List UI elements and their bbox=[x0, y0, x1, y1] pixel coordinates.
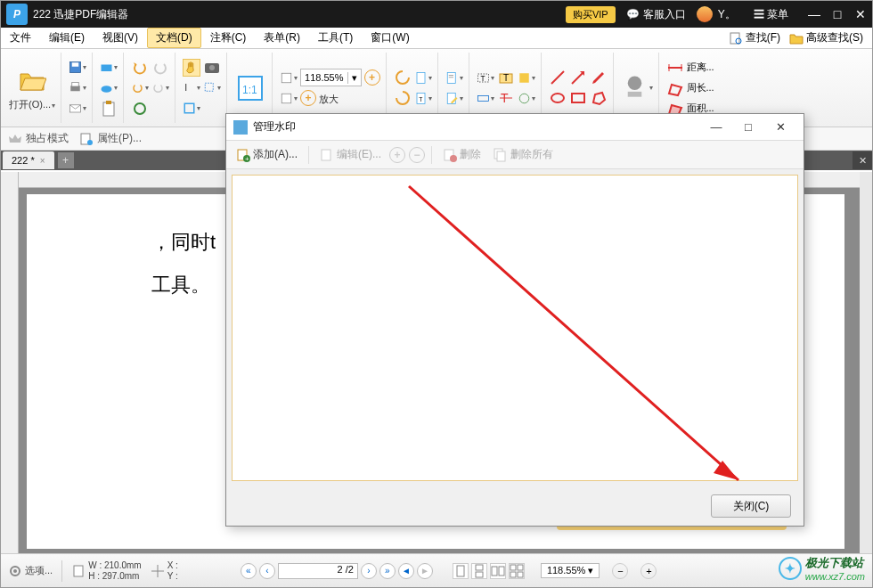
distance-tool-button[interactable]: 距离... bbox=[666, 59, 714, 77]
advanced-find-button[interactable]: 高级查找(S) bbox=[786, 29, 867, 47]
user-name[interactable]: Y。 bbox=[718, 7, 736, 22]
window-close-button[interactable]: ✕ bbox=[849, 7, 872, 21]
rect-tool-button[interactable] bbox=[569, 89, 587, 107]
select-text-button[interactable]: I bbox=[183, 79, 200, 97]
continuous-view-button[interactable] bbox=[471, 563, 487, 579]
edit-watermark-button[interactable]: 编辑(E)... bbox=[315, 145, 386, 164]
edit-text-button[interactable] bbox=[445, 89, 463, 107]
menu-window[interactable]: 窗口(W) bbox=[362, 28, 418, 48]
prev-page-button[interactable]: ‹ bbox=[259, 563, 275, 579]
add-watermark-button[interactable]: + 添加(A)... bbox=[232, 145, 302, 164]
menu-edit[interactable]: 编辑(E) bbox=[40, 28, 94, 48]
page-tool-1[interactable] bbox=[414, 69, 432, 86]
tab-close-button[interactable]: × bbox=[40, 156, 45, 166]
more-text-button[interactable] bbox=[518, 69, 535, 86]
two-page-continuous-button[interactable] bbox=[509, 563, 525, 579]
page-number-input[interactable]: 2 /2 bbox=[278, 563, 358, 579]
snapshot-button[interactable] bbox=[203, 59, 221, 77]
options-button[interactable]: 选项... bbox=[8, 564, 53, 578]
email-button[interactable] bbox=[69, 100, 86, 118]
zoom-select[interactable]: 118.55%▾ bbox=[300, 69, 361, 86]
page-tool-2[interactable]: T bbox=[414, 89, 432, 107]
dialog-titlebar[interactable]: 管理水印 — □ ✕ bbox=[226, 114, 804, 141]
save-button[interactable] bbox=[69, 59, 86, 77]
edit-content-button[interactable] bbox=[445, 69, 463, 86]
zoom-out-button[interactable]: − bbox=[612, 563, 628, 579]
window-maximize-button[interactable]: □ bbox=[826, 7, 849, 21]
delete-all-watermark-button[interactable]: 删除所有 bbox=[489, 145, 558, 164]
single-page-view-button[interactable] bbox=[453, 563, 469, 579]
svg-point-11 bbox=[135, 103, 145, 114]
menu-annotate[interactable]: 注释(C) bbox=[201, 28, 256, 48]
refresh-button[interactable] bbox=[131, 100, 149, 118]
strikethrough-button[interactable]: T bbox=[497, 89, 515, 107]
zoom-in-button[interactable]: + bbox=[300, 90, 316, 106]
site-watermark: ✦ 极光下载站 www.xz7.com bbox=[779, 555, 865, 582]
user-avatar-icon[interactable] bbox=[697, 6, 713, 22]
ellipse-tool-button[interactable] bbox=[549, 89, 567, 107]
next-page-button[interactable]: › bbox=[361, 563, 377, 579]
add-text-button[interactable]: T bbox=[477, 69, 494, 86]
move-up-button[interactable]: + bbox=[389, 147, 405, 163]
dialog-maximize-button[interactable]: □ bbox=[732, 120, 764, 134]
zoom-in-round-button[interactable]: + bbox=[364, 69, 380, 86]
undo-history-button[interactable] bbox=[131, 79, 149, 97]
svg-rect-7 bbox=[102, 65, 112, 72]
crown-icon bbox=[8, 132, 22, 146]
rotate-right-button[interactable] bbox=[394, 89, 412, 107]
add-tab-button[interactable]: + bbox=[58, 152, 74, 168]
menu-form[interactable]: 表单(R) bbox=[255, 28, 309, 48]
exclusive-mode-button[interactable]: 独占模式 bbox=[8, 131, 69, 146]
scan-button[interactable] bbox=[100, 59, 118, 77]
line-tool-button[interactable] bbox=[549, 69, 567, 86]
select-tool-button[interactable] bbox=[203, 79, 221, 97]
vertical-scrollbar[interactable] bbox=[860, 172, 872, 553]
close-all-tabs-button[interactable]: ✕ bbox=[853, 151, 872, 169]
more-annot-button[interactable] bbox=[518, 89, 535, 107]
buy-vip-button[interactable]: 购买VIP bbox=[566, 6, 616, 23]
screenshot-button[interactable] bbox=[183, 100, 200, 118]
find-button[interactable]: 查找(F) bbox=[725, 29, 784, 47]
main-menu-button[interactable]: ☰ 菜单 bbox=[754, 7, 788, 22]
menu-tool[interactable]: 工具(T) bbox=[309, 28, 362, 48]
dialog-close-button[interactable]: 关闭(C) bbox=[711, 494, 791, 518]
perimeter-tool-button[interactable]: 周长... bbox=[666, 79, 714, 97]
dialog-minimize-button[interactable]: — bbox=[700, 120, 732, 134]
hand-tool-button[interactable] bbox=[183, 59, 200, 77]
window-minimize-button[interactable]: — bbox=[803, 7, 826, 21]
menu-file[interactable]: 文件 bbox=[1, 28, 40, 48]
link-button[interactable] bbox=[477, 89, 494, 107]
rotate-left-button[interactable] bbox=[394, 69, 412, 86]
actual-size-icon[interactable]: 1:1 bbox=[234, 72, 266, 104]
menu-document[interactable]: 文档(D) bbox=[147, 28, 201, 48]
dialog-close-x-button[interactable]: ✕ bbox=[764, 120, 796, 134]
undo-button[interactable] bbox=[131, 59, 149, 77]
arrow-tool-button[interactable] bbox=[569, 69, 587, 86]
zoom-in-status-button[interactable]: + bbox=[640, 563, 657, 579]
open-group[interactable]: 打开(O)... bbox=[6, 53, 61, 123]
prev-view-button[interactable]: ◄ bbox=[398, 563, 414, 579]
fit-width-button[interactable] bbox=[280, 89, 298, 107]
last-page-button[interactable]: » bbox=[379, 563, 396, 579]
move-down-button[interactable]: − bbox=[409, 147, 425, 163]
zoom-mode-button[interactable] bbox=[280, 69, 298, 86]
clipboard-button[interactable] bbox=[100, 100, 118, 118]
polygon-tool-button[interactable] bbox=[590, 89, 608, 107]
redo-history-button[interactable] bbox=[151, 79, 169, 97]
cloud-button[interactable] bbox=[100, 79, 118, 97]
tab-222[interactable]: 222 * × bbox=[3, 151, 54, 169]
watermark-list[interactable] bbox=[232, 175, 798, 481]
customer-service-button[interactable]: 💬 客服入口 bbox=[626, 7, 686, 22]
zoom-level-select[interactable]: 118.55% ▾ bbox=[541, 563, 600, 578]
stamp-button[interactable] bbox=[621, 72, 653, 104]
delete-watermark-button[interactable]: 删除 bbox=[438, 145, 485, 164]
highlight-button[interactable]: T bbox=[497, 69, 515, 86]
two-page-view-button[interactable] bbox=[490, 563, 506, 579]
print-button[interactable] bbox=[69, 79, 86, 97]
menu-view[interactable]: 视图(V) bbox=[94, 28, 147, 48]
first-page-button[interactable]: « bbox=[241, 563, 257, 579]
properties-button[interactable]: 属性(P)... bbox=[79, 131, 142, 146]
redo-button[interactable] bbox=[151, 59, 169, 77]
next-view-button[interactable]: ► bbox=[417, 563, 433, 579]
pencil-tool-button[interactable] bbox=[590, 69, 608, 86]
